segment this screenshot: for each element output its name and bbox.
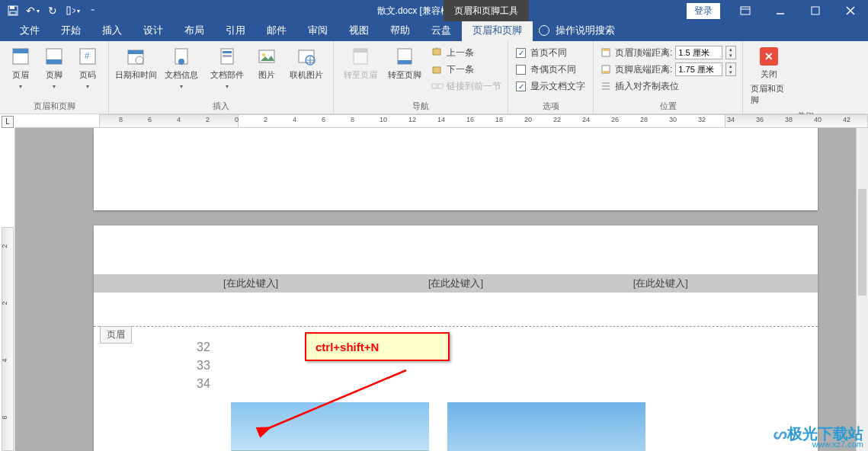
vertical-scrollbar[interactable] — [856, 128, 868, 451]
quick-access-toolbar: ↶▾ ↻ ▾ ⁼ — [0, 0, 105, 21]
tab-file[interactable]: 文件 — [9, 20, 50, 41]
tell-me-label: 操作说明搜索 — [556, 24, 615, 37]
spin-up[interactable]: ▴ — [726, 63, 735, 69]
tab-header-footer[interactable]: 页眉和页脚 — [462, 20, 533, 41]
svg-rect-7 — [812, 7, 819, 14]
horizontal-ruler[interactable]: /* numbers drawn below */ 86420246810121… — [15, 114, 868, 128]
tab-design[interactable]: 设计 — [133, 20, 174, 41]
tab-help[interactable]: 帮助 — [380, 20, 421, 41]
close-header-footer-button[interactable]: ✕ 关闭 页眉和页脚 — [748, 44, 790, 109]
close-window-button[interactable] — [833, 0, 868, 21]
header-right-placeholder[interactable]: [在此处键入] — [633, 277, 688, 290]
svg-rect-39 — [602, 71, 610, 73]
touch-mode-button[interactable]: ▾ — [62, 0, 82, 21]
group-label: 页眉和页脚 — [5, 99, 104, 112]
header-top-distance[interactable]: 页眉顶端距离:▴▾ — [598, 44, 738, 61]
header-top-input[interactable] — [675, 46, 722, 59]
footer-bottom-input[interactable] — [675, 62, 722, 76]
tab-cloud[interactable]: 云盘 — [421, 20, 462, 41]
tab-insert[interactable]: 插入 — [91, 20, 133, 41]
svg-rect-17 — [128, 50, 143, 54]
document-area[interactable]: [在此处键入] [在此处键入] [在此处键入] 页眉 32 33 34 ctrl… — [15, 128, 856, 451]
login-button[interactable]: 登录 — [687, 3, 720, 19]
page-number-button[interactable]: #页码▾ — [72, 44, 104, 91]
group-label: 导航 — [338, 99, 503, 112]
goto-footer-button[interactable]: 转至页脚 — [383, 44, 427, 94]
group-close: ✕ 关闭 页眉和页脚 关闭 — [743, 41, 868, 114]
scrollbar-thumb[interactable] — [858, 189, 866, 296]
online-picture-button[interactable]: 联机图片 — [284, 44, 328, 91]
date-time-button[interactable]: 日期和时间 — [114, 44, 158, 91]
context-tab-title: 页眉和页脚工具 — [444, 0, 529, 21]
page[interactable]: [在此处键入] [在此处键入] [在此处键入] 页眉 32 33 34 ctrl… — [94, 226, 818, 451]
svg-point-18 — [136, 56, 143, 64]
tab-layout[interactable]: 布局 — [174, 20, 215, 41]
line: 33 — [197, 357, 210, 375]
tab-stop-selector[interactable]: L — [2, 116, 14, 128]
footer-button[interactable]: 页脚▾ — [38, 44, 70, 91]
minimize-button[interactable] — [763, 0, 798, 21]
svg-rect-23 — [223, 55, 232, 57]
redo-button[interactable]: ↻ — [43, 0, 62, 21]
insert-align-tab[interactable]: 插入对齐制表位 — [598, 78, 738, 94]
group-header-footer: 页眉▾ 页脚▾ #页码▾ 页眉和页脚 — [0, 41, 109, 114]
image-1 — [231, 402, 429, 451]
body-text: 32 33 34 — [197, 338, 210, 393]
line: 34 — [197, 375, 210, 393]
svg-rect-1 — [10, 6, 14, 9]
group-label: 插入 — [114, 99, 328, 112]
spin-down[interactable]: ▾ — [726, 53, 735, 59]
ribbon-display-options[interactable] — [728, 0, 763, 21]
group-label: 位置 — [598, 99, 738, 112]
svg-rect-33 — [433, 67, 440, 73]
goto-header-button[interactable]: 转至页眉 — [338, 44, 383, 94]
tell-me-search[interactable]: 操作说明搜索 — [533, 20, 621, 41]
previous-button[interactable]: 上一条 — [430, 44, 503, 61]
footer-bottom-distance[interactable]: 页脚底端距离:▴▾ — [598, 61, 738, 78]
different-first-page-checkbox[interactable]: ✓首页不同 — [513, 44, 588, 61]
undo-button[interactable]: ↶▾ — [23, 0, 43, 21]
picture-button[interactable]: 图片 — [251, 44, 283, 91]
svg-point-25 — [262, 53, 265, 56]
svg-text:#: # — [85, 51, 90, 60]
svg-rect-13 — [46, 59, 62, 64]
svg-rect-22 — [223, 51, 232, 53]
save-button[interactable] — [3, 0, 23, 21]
spin-down[interactable]: ▾ — [726, 69, 735, 75]
group-navigation: 转至页眉 转至页脚 上一条 下一条 链接到前一节 导航 — [334, 41, 508, 114]
maximize-button[interactable] — [798, 0, 833, 21]
annotation-text: ctrl+shift+N — [315, 341, 379, 353]
tab-view[interactable]: 视图 — [338, 20, 380, 41]
previous-page-fragment — [94, 128, 818, 210]
watermark: ᔕ极光下载站 www.xz7.com — [774, 428, 863, 449]
group-label: 选项 — [513, 99, 588, 112]
quick-parts-button[interactable]: 文档部件▾ — [205, 44, 249, 91]
header-content-row[interactable]: [在此处键入] [在此处键入] [在此处键入] — [94, 274, 818, 293]
svg-rect-29 — [354, 49, 367, 53]
tab-mailings[interactable]: 邮件 — [256, 20, 297, 41]
svg-rect-3 — [67, 7, 70, 14]
different-odd-even-checkbox[interactable]: 奇偶页不同 — [513, 61, 588, 78]
vertical-ruler[interactable]: 2 2 4 6 — [0, 128, 15, 451]
link-previous-button: 链接到前一节 — [430, 78, 503, 94]
header-center-placeholder[interactable]: [在此处键入] — [428, 277, 483, 290]
group-insert: 日期和时间 文档信息▾ 文档部件▾ 图片 联机图片 插入 — [109, 41, 334, 114]
header-zone[interactable]: [在此处键入] [在此处键入] [在此处键入] — [94, 274, 818, 293]
doc-info-button[interactable]: 文档信息▾ — [159, 44, 203, 91]
header-boundary — [94, 326, 818, 327]
header-left-placeholder[interactable]: [在此处键入] — [223, 277, 278, 290]
show-document-text-checkbox[interactable]: ✓显示文档文字 — [513, 78, 588, 94]
body-images — [231, 402, 645, 451]
qat-customize[interactable]: ⁼ — [82, 0, 102, 21]
tab-references[interactable]: 引用 — [215, 20, 256, 41]
header-button[interactable]: 页眉▾ — [5, 44, 37, 91]
spin-up[interactable]: ▴ — [726, 46, 735, 53]
svg-rect-35 — [438, 84, 443, 88]
tab-review[interactable]: 审阅 — [297, 20, 338, 41]
tab-home[interactable]: 开始 — [50, 20, 91, 41]
group-position: 页眉顶端距离:▴▾ 页脚底端距离:▴▾ 插入对齐制表位 位置 — [594, 41, 743, 114]
next-button[interactable]: 下一条 — [430, 61, 503, 78]
image-2 — [447, 402, 645, 451]
group-options: ✓首页不同 奇偶页不同 ✓显示文档文字 选项 — [508, 41, 594, 114]
svg-rect-34 — [432, 84, 437, 88]
